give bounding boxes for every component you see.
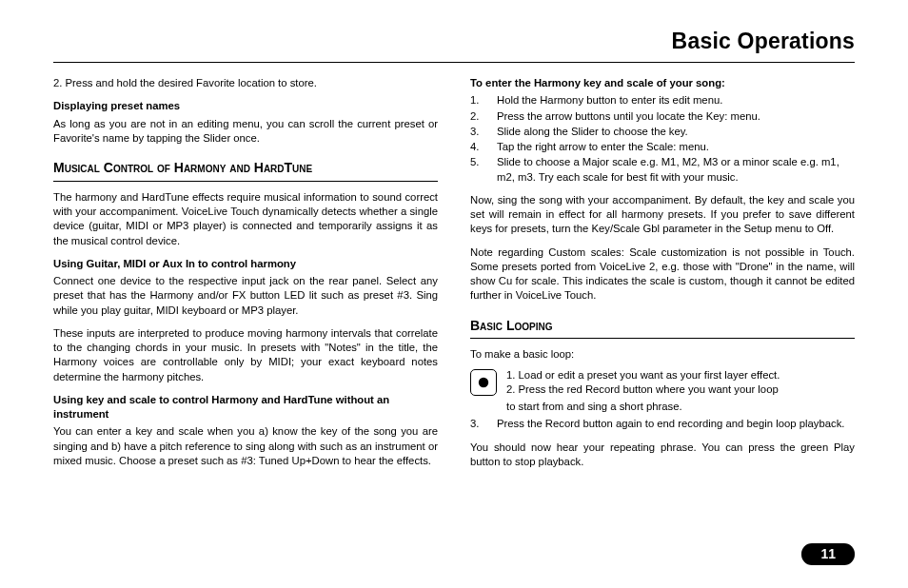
enter-harmony-key-heading: To enter the Harmony key and scale of yo… [470, 76, 855, 90]
left-column: 2. Press and hold the desired Favorite l… [53, 76, 438, 478]
loop-step-1: 1. Load or edit a preset you want as you… [506, 368, 855, 382]
custom-scales-note: Note regarding Custom scales: Scale cust… [470, 245, 855, 304]
step-4: 4.Tap the right arrow to enter the Scale… [470, 140, 855, 154]
key-scale-heading: Using key and scale to control Harmony a… [53, 393, 438, 422]
step-3-text: Slide along the Slider to choose the key… [497, 125, 688, 139]
loop-step-3: 3.Press the Record button again to end r… [470, 417, 855, 431]
harmony-key-steps: 1.Hold the Harmony button to enter its e… [470, 93, 855, 185]
loop-step-text-wrap: 1. Load or edit a preset you want as you… [506, 368, 855, 398]
musical-control-heading: Musical Control of Harmony and HardTune [53, 159, 438, 182]
loop-step-3-wrap: 3.Press the Record button again to end r… [470, 417, 855, 431]
step-2-text: Press the arrow buttons until you locate… [497, 109, 760, 124]
loop-result-body: You should now hear your repeating phras… [470, 441, 855, 470]
step-1: 1.Hold the Harmony button to enter its e… [470, 93, 855, 108]
loop-step-2b: to start from and sing a short phrase. [470, 400, 855, 414]
sing-song-body: Now, sing the song with your accompanime… [470, 193, 855, 237]
loop-step-3-text: Press the Record button again to end rec… [497, 417, 845, 431]
displaying-preset-names-body: As long as you are not in an editing men… [53, 117, 438, 147]
basic-looping-heading: Basic Looping [470, 317, 855, 340]
loop-steps-1-2: 1. Load or edit a preset you want as you… [470, 368, 855, 398]
step-2: 2.Press the arrow buttons until you loca… [470, 109, 855, 124]
using-inputs-heading: Using Guitar, MIDI or Aux In to control … [53, 257, 438, 271]
step-5: 5.Slide to choose a Major scale e.g. M1,… [470, 155, 855, 185]
step-5-text: Slide to choose a Major scale e.g. M1, M… [497, 155, 855, 185]
step-3: 3.Slide along the Slider to choose the k… [470, 125, 855, 139]
store-favorite-step: 2. Press and hold the desired Favorite l… [53, 76, 438, 90]
content-columns: 2. Press and hold the desired Favorite l… [53, 76, 855, 478]
page-number: 11 [801, 543, 855, 565]
record-button-icon [470, 369, 497, 396]
right-column: To enter the Harmony key and scale of yo… [470, 76, 855, 478]
inputs-interpretation-body: These inputs are interpreted to produce … [53, 326, 438, 384]
step-1-text: Hold the Harmony button to enter its edi… [497, 93, 722, 108]
using-inputs-body: Connect one device to the respective inp… [53, 274, 438, 318]
loop-step-3-num: 3. [470, 417, 497, 431]
step-4-text: Tap the right arrow to enter the Scale: … [497, 140, 709, 154]
key-scale-body: You can enter a key and scale when you a… [53, 424, 438, 468]
svg-point-0 [479, 377, 488, 386]
loop-step-2a: 2. Press the red Record button where you… [506, 382, 855, 397]
page-header: Basic Operations [53, 27, 855, 63]
displaying-preset-names-heading: Displaying preset names [53, 99, 438, 113]
make-basic-loop-heading: To make a basic loop: [470, 347, 855, 362]
musical-control-intro: The harmony and HardTune effects require… [53, 190, 438, 248]
